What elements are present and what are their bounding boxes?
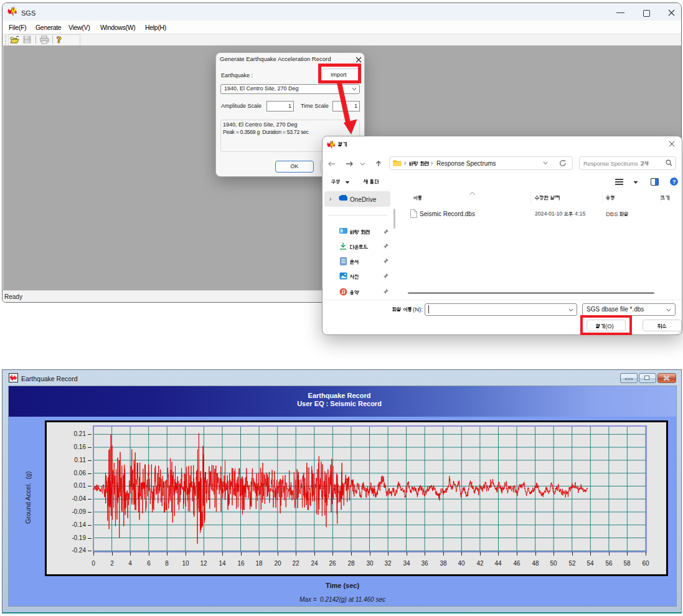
svg-text:?: ? [57,35,62,45]
